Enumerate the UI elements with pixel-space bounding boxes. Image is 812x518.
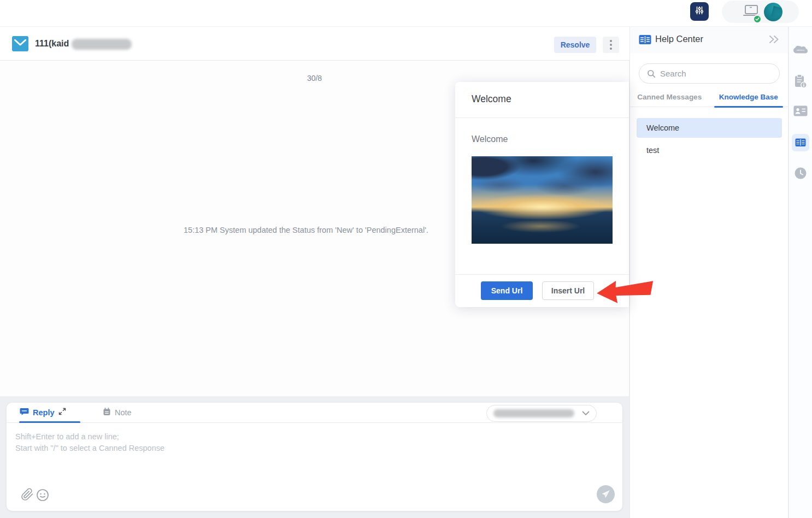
user-avatar[interactable] (764, 3, 782, 21)
send-message-button[interactable] (597, 485, 615, 503)
device-status-icon (742, 4, 761, 20)
top-bar (0, 0, 812, 27)
search-icon (647, 69, 656, 78)
modal-title: Welcome (472, 93, 511, 105)
online-check-icon (753, 15, 762, 23)
tab-knowledge-base[interactable]: Knowledge Base (709, 89, 789, 107)
tab-note[interactable]: Note (103, 403, 132, 422)
help-center-tabs: Canned Messages Knowledge Base (630, 89, 788, 107)
active-tab-underline (19, 421, 80, 423)
clipboard-info-icon[interactable] (793, 74, 808, 91)
send-url-button[interactable]: Send Url (481, 281, 533, 300)
app-root: 111(kaid Resolve 30/8 15:13 PM System up… (0, 0, 812, 518)
chevron-down-icon (582, 411, 590, 416)
help-search-box[interactable] (639, 63, 780, 84)
article-list-item[interactable]: test (637, 140, 782, 160)
modal-footer-divider (455, 274, 629, 275)
redacted-channel-value (493, 409, 574, 417)
tab-canned-messages[interactable]: Canned Messages (630, 89, 709, 107)
double-chevron-right-icon (768, 35, 780, 44)
reply-placeholder-line2: Start with "/" to select a Canned Respon… (15, 443, 562, 454)
article-preview-modal: Welcome Welcome Send Url Insert Url (455, 82, 629, 307)
ticket-header: 111(kaid Resolve (0, 27, 629, 61)
salesforce-cloud-icon[interactable]: salesforce (793, 44, 808, 58)
expand-icon[interactable] (58, 408, 66, 417)
tab-note-label: Note (115, 408, 132, 417)
red-arrow-annotation (596, 276, 655, 305)
composer-card: Reply Note Shift+Enter (7, 403, 622, 511)
note-pad-icon (103, 408, 111, 418)
reply-placeholder-line1: Shift+Enter to add a new line; (15, 431, 562, 443)
history-clock-icon[interactable] (794, 167, 807, 182)
article-list-item[interactable]: Welcome (637, 118, 782, 138)
composer-region: Reply Note Shift+Enter (0, 396, 629, 518)
collapse-panel-button[interactable] (768, 35, 780, 46)
article-sunset-image (472, 156, 613, 244)
sliders-icon (695, 5, 704, 17)
tab-reply[interactable]: Reply (20, 403, 66, 422)
ticket-title: 111(kaid (35, 39, 69, 49)
paperclip-icon (21, 488, 34, 501)
svg-text:salesforce: salesforce (797, 49, 805, 51)
modal-divider (455, 117, 629, 118)
composer-tabs: Reply Note (7, 403, 622, 423)
agent-status-pill[interactable] (722, 1, 799, 23)
date-divider: 30/8 (0, 74, 629, 83)
emoji-smile-icon (36, 488, 49, 502)
reply-channel-select[interactable] (486, 405, 597, 422)
help-center-title: Help Center (655, 34, 703, 44)
attach-file-button[interactable] (21, 488, 35, 502)
kebab-menu-button[interactable] (603, 37, 619, 53)
search-input[interactable] (660, 69, 758, 78)
filter-settings-button[interactable] (690, 2, 709, 21)
emoji-button[interactable] (36, 488, 49, 502)
knowledge-book-icon-active[interactable] (792, 134, 809, 151)
tab-reply-label: Reply (33, 408, 55, 417)
article-heading: Welcome (472, 134, 508, 144)
chat-bubble-icon (20, 408, 29, 418)
email-envelope-icon (12, 36, 28, 51)
help-center-header: Help Center (630, 27, 788, 54)
help-center-panel: Help Center Canned Messages Knowledge Ba… (629, 27, 789, 518)
right-icon-strip: salesforce (789, 27, 812, 518)
redacted-ticket-name (72, 39, 132, 50)
open-book-icon (639, 34, 651, 47)
contact-card-icon[interactable] (793, 105, 808, 119)
send-plane-icon (601, 490, 610, 499)
resolve-button[interactable]: Resolve (554, 37, 596, 53)
reply-input[interactable]: Shift+Enter to add a new line; Start wit… (15, 431, 562, 480)
insert-url-button[interactable]: Insert Url (542, 281, 594, 300)
